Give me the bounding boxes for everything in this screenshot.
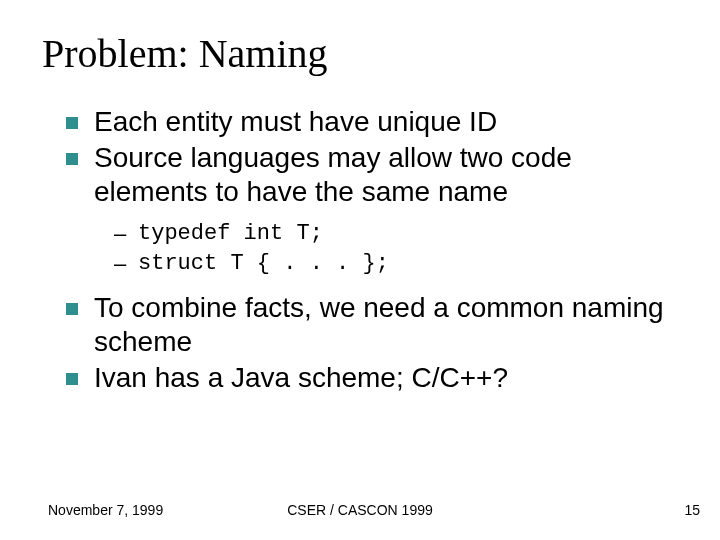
slide: Problem: Naming Each entity must have un…: [0, 0, 720, 540]
bullet-text: Source languages may allow two code elem…: [94, 142, 572, 207]
footer: November 7, 1999 CSER / CASCON 1999 15: [0, 498, 720, 518]
bullet-text: Each entity must have unique ID: [94, 106, 497, 137]
code-sublist: typedef int T; struct T { . . . };: [94, 219, 678, 278]
slide-title: Problem: Naming: [42, 30, 678, 77]
bullet-text: To combine facts, we need a common namin…: [94, 292, 664, 357]
bullet-item: To combine facts, we need a common namin…: [64, 291, 678, 359]
bullet-item: Each entity must have unique ID: [64, 105, 678, 139]
bullet-item: Source languages may allow two code elem…: [64, 141, 678, 279]
code-line: typedef int T;: [120, 219, 678, 249]
bullet-text: Ivan has a Java scheme; C/C++?: [94, 362, 508, 393]
code-line: struct T { . . . };: [120, 249, 678, 279]
footer-page-number: 15: [684, 502, 700, 518]
bullet-list: Each entity must have unique ID Source l…: [42, 105, 678, 395]
bullet-item: Ivan has a Java scheme; C/C++?: [64, 361, 678, 395]
footer-center: CSER / CASCON 1999: [0, 502, 720, 518]
